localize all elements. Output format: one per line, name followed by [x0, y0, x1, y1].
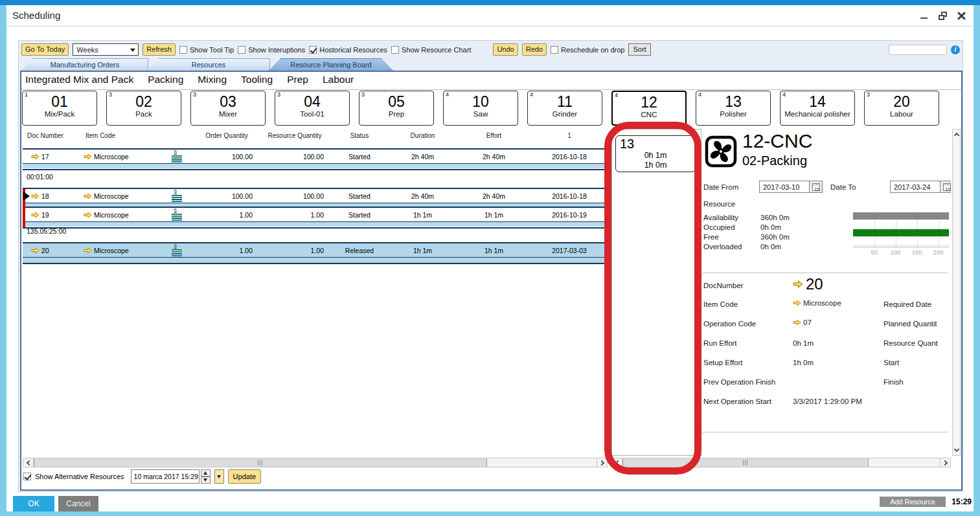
scroll-left-icon[interactable]: [23, 458, 34, 467]
tab-manufacturing-orders[interactable]: Manufacturing Orders: [21, 58, 148, 71]
link-arrow-icon[interactable]: [793, 319, 801, 326]
status-badge: Released: [330, 247, 389, 254]
subtab-tooling[interactable]: Tooling: [241, 74, 273, 85]
subtab-prep[interactable]: Prep: [287, 74, 308, 85]
docnumber-value: 20: [806, 275, 823, 293]
resource-card-13[interactable]: 413Polisher: [696, 91, 771, 126]
historical-resources-checkbox[interactable]: [309, 46, 317, 54]
resource-card-10[interactable]: 410Saw: [443, 91, 518, 126]
link-arrow-icon[interactable]: [31, 193, 40, 199]
scroll-up-icon[interactable]: [953, 129, 960, 139]
table-row[interactable]: 20 Microscope 6 1.00 1.00 Released 1h 1m…: [23, 242, 608, 264]
clock-label: 15:29: [952, 497, 972, 506]
link-arrow-icon[interactable]: [84, 212, 92, 218]
layers-icon[interactable]: 6: [172, 249, 182, 256]
scroll-right-icon[interactable]: [940, 458, 950, 467]
datetime-dropdown-button[interactable]: [214, 469, 224, 484]
col-item-code: Item Code: [81, 132, 159, 139]
run-effort-value: 0h 1m: [793, 339, 814, 347]
date-from-field[interactable]: 2017-03-10: [759, 181, 810, 193]
toolbar-search-input[interactable]: [889, 45, 947, 55]
col-duration: Duration: [389, 132, 457, 139]
table-horizontal-scrollbar[interactable]: [23, 458, 608, 467]
resource-card-11[interactable]: 411Grinder: [527, 91, 602, 126]
subtab-mixing[interactable]: Mixing: [198, 74, 227, 85]
resource-card-01[interactable]: 101Mix/Pack: [22, 91, 97, 126]
calendar-icon[interactable]: 15: [940, 181, 951, 193]
range-select[interactable]: Weeks: [73, 43, 139, 56]
undo-button[interactable]: Undo: [493, 43, 518, 56]
table-row[interactable]: 17 Microscope 6 100.00 100.00 Started 2h…: [23, 148, 608, 170]
availability-value: 360h 0m: [760, 214, 790, 221]
scheduling-window: Scheduling Go To Today Weeks Refresh Sho…: [0, 0, 980, 516]
show-alternative-resources-checkbox[interactable]: [23, 473, 31, 480]
date-to-field[interactable]: 2017-03-24: [890, 181, 940, 193]
tab-resources[interactable]: Resources: [147, 58, 270, 71]
cancel-button[interactable]: Cancel: [58, 496, 98, 511]
restore-icon[interactable]: [939, 12, 947, 20]
datetime-spinner[interactable]: [201, 469, 211, 484]
minimize-icon[interactable]: [920, 12, 928, 20]
group-subtabs: Integrated Mix and Pack Packing Mixing T…: [25, 74, 354, 85]
link-arrow-icon[interactable]: [84, 153, 92, 160]
resource-card-02[interactable]: 302Pack: [106, 91, 181, 126]
table-row[interactable]: 19 Microscope 6 1.00 1.00 Started 1h 1m …: [23, 207, 608, 229]
close-icon[interactable]: [957, 12, 966, 20]
show-interuptions-checkbox[interactable]: [238, 46, 245, 54]
show-resource-chart-label: Show Resource Chart: [402, 46, 472, 54]
panel-horizontal-scrollbar[interactable]: [611, 458, 951, 467]
reschedule-on-drop-checkbox[interactable]: [551, 46, 558, 54]
add-resource-button[interactable]: Add Resource: [880, 497, 946, 507]
calendar-icon[interactable]: 15: [810, 181, 823, 193]
sort-button[interactable]: Sort: [628, 43, 650, 56]
scroll-down-icon[interactable]: [953, 445, 960, 455]
link-arrow-icon[interactable]: [84, 247, 92, 254]
link-arrow-icon[interactable]: [793, 300, 801, 306]
show-resource-chart-checkbox[interactable]: [391, 46, 399, 54]
scroll-right-icon[interactable]: [597, 458, 607, 467]
gap-duration-label: 00:01:00: [27, 173, 53, 181]
link-arrow-icon[interactable]: [31, 247, 40, 254]
info-icon[interactable]: i: [951, 45, 960, 54]
subtab-integrated-mix-and-pack[interactable]: Integrated Mix and Pack: [25, 74, 133, 85]
chevron-down-icon: [130, 49, 135, 52]
resource-card-12[interactable]: 412CNC: [611, 91, 687, 126]
go-to-today-button[interactable]: Go To Today: [21, 43, 69, 56]
layers-icon[interactable]: 6: [172, 155, 182, 163]
layers-icon[interactable]: 6: [172, 194, 182, 202]
subtab-packing[interactable]: Packing: [148, 74, 183, 85]
link-arrow-icon[interactable]: [84, 193, 92, 199]
subtab-labour[interactable]: Labour: [323, 74, 354, 85]
scrollbar-thumb[interactable]: [34, 458, 487, 467]
resource-card-20[interactable]: 320Labour: [864, 91, 939, 126]
link-arrow-icon[interactable]: [31, 212, 40, 218]
redo-button[interactable]: Redo: [522, 43, 547, 56]
panel-vertical-scrollbar[interactable]: [952, 129, 961, 456]
tab-resource-planning-board[interactable]: Resource Planning Board: [269, 58, 393, 71]
toolbar: Go To Today Weeks Refresh Show Tool Tip …: [21, 43, 960, 56]
ok-button[interactable]: OK: [13, 496, 54, 511]
layers-icon[interactable]: 6: [172, 213, 182, 221]
resource-card-05[interactable]: 305Prep: [359, 91, 434, 126]
link-arrow-icon[interactable]: [31, 153, 40, 160]
refresh-button[interactable]: Refresh: [142, 43, 176, 56]
tabstrip: Manufacturing Orders Resources Resource …: [21, 58, 960, 71]
window-title: Scheduling: [12, 10, 60, 21]
operation-code-label: Operation Code: [703, 320, 756, 328]
resource-detail-panel: 12-CNC 02-Packing Date From 2017-03-10 1…: [702, 129, 951, 456]
scroll-left-icon[interactable]: [612, 458, 622, 467]
resource-card-14[interactable]: 414Mechanical polisher: [780, 91, 855, 126]
datetime-field[interactable]: 10 marca 2017 15:29:26: [131, 469, 199, 484]
spinner-up-icon[interactable]: [201, 469, 211, 477]
run-effort-label: Run Effort: [703, 339, 737, 347]
update-button[interactable]: Update: [228, 469, 261, 484]
operation-card-13[interactable]: 13 0h 1m 1h 0m: [615, 135, 696, 172]
link-arrow-icon[interactable]: [793, 280, 803, 288]
show-tool-tip-checkbox[interactable]: [179, 46, 187, 54]
resource-card-04[interactable]: 304Tool-01: [275, 91, 350, 126]
row-progress-strip: [23, 221, 608, 227]
spinner-down-icon[interactable]: [201, 477, 211, 484]
resource-card-03[interactable]: 303Mixer: [190, 91, 266, 126]
scrollbar-thumb[interactable]: [622, 458, 869, 467]
window-frame-left: [0, 5, 6, 516]
